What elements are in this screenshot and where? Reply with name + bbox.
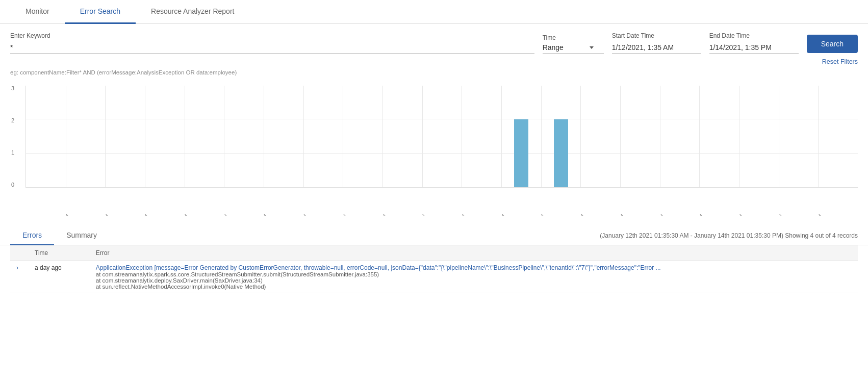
grid-line-v <box>264 86 264 187</box>
reset-filters-row: Reset Filters <box>0 58 868 67</box>
results-table: Time Error ›a day agoApplicationExceptio… <box>10 245 858 293</box>
grid-line-h <box>26 153 858 154</box>
error-cell: ApplicationException [message=Error Gene… <box>90 261 858 293</box>
grid-line-v <box>818 86 819 187</box>
time-cell: a day ago <box>29 261 90 293</box>
grid-line-v <box>699 86 700 187</box>
result-info: (January 12th 2021 01:35:30 AM - January… <box>600 232 858 239</box>
tab-resource-analyzer[interactable]: Resource Analyzer Report <box>136 0 249 24</box>
tab-monitor[interactable]: Monitor <box>10 0 65 24</box>
reset-filters-link[interactable]: Reset Filters <box>822 58 858 65</box>
grid-line-v <box>145 86 145 187</box>
end-date-label: End Date Time <box>709 32 799 39</box>
y-label-2: 2 <box>11 118 14 123</box>
grid-line-v <box>580 86 581 187</box>
x-axis-labels: 2021-01-11 11:30 PM2021-01-12 02:30 AM20… <box>25 188 858 216</box>
th-error: Error <box>90 245 858 261</box>
expand-cell[interactable]: › <box>10 261 29 293</box>
start-date-label: Start Date Time <box>612 32 701 39</box>
y-label-0: 0 <box>11 182 14 188</box>
grid-line-v <box>739 86 739 187</box>
grid-line-v <box>462 86 462 187</box>
main-tabs: Monitor Error Search Resource Analyzer R… <box>0 0 868 24</box>
end-date-input[interactable] <box>709 41 799 54</box>
grid-line-v <box>422 86 423 187</box>
tab-summary[interactable]: Summary <box>54 226 109 245</box>
chart-y-axis: 0 1 2 3 <box>11 86 14 188</box>
grid-line-v <box>66 86 66 187</box>
grid-line-v <box>343 86 343 187</box>
start-date-group: Start Date Time <box>612 32 701 54</box>
grid-line-v <box>660 86 660 187</box>
time-label: Time <box>543 34 604 41</box>
grid-line-v <box>779 86 779 187</box>
table-body: ›a day agoApplicationException [message=… <box>10 261 858 293</box>
tab-error-search[interactable]: Error Search <box>65 0 136 24</box>
keyword-input[interactable] <box>10 41 534 54</box>
grid-line-v <box>105 86 106 187</box>
x-label: 2021-01-14 11:30 AM <box>826 213 858 216</box>
grid-line-v <box>620 86 621 187</box>
th-expand <box>10 245 29 261</box>
grid-line-v <box>501 86 502 187</box>
keyword-group: Enter Keyword <box>10 32 534 54</box>
chart-wrapper: 0 1 2 3 <box>25 86 858 188</box>
error-stack-line: at com.streamanalytix.spark.ss.core.Stru… <box>96 271 852 277</box>
search-hint: eg: componentName:Filter* AND (errorMess… <box>0 67 868 81</box>
end-date-group: End Date Time <box>709 32 799 54</box>
grid-line-h <box>26 119 858 119</box>
chart-container: 0 1 2 3 2021-01-11 11:30 PM2021-01-12 02… <box>0 81 868 216</box>
y-label-1: 1 <box>11 150 14 156</box>
grid-line-v <box>303 86 304 187</box>
grid-line-v <box>382 86 383 187</box>
th-time: Time <box>29 245 90 261</box>
time-group: Time Range Last 15 min Last Hour Last 24… <box>543 34 604 54</box>
y-label-3: 3 <box>11 86 14 91</box>
tab-errors[interactable]: Errors <box>10 226 54 245</box>
start-date-input[interactable] <box>612 41 701 54</box>
search-area: Enter Keyword Time Range Last 15 min Las… <box>0 24 868 58</box>
grid-line-v <box>541 86 542 187</box>
chart-bar[interactable] <box>514 119 528 187</box>
table-container: Time Error ›a day agoApplicationExceptio… <box>0 245 868 293</box>
grid-line-v <box>224 86 224 187</box>
error-main-text: ApplicationException [message=Error Gene… <box>96 264 661 271</box>
time-select-row: Range Last 15 min Last Hour Last 24 Hour… <box>543 43 604 54</box>
time-select[interactable]: Range Last 15 min Last Hour Last 24 Hour… <box>543 43 588 52</box>
grid-line-v <box>185 86 185 187</box>
search-button[interactable]: Search <box>807 35 858 53</box>
chart-grid <box>25 86 858 188</box>
x-label-wrap: 2021-01-14 11:30 AM <box>814 210 858 216</box>
error-stack-line: at com.streamanalytix.deploy.SaxDriver.m… <box>96 277 852 284</box>
chevron-down-icon <box>590 46 594 49</box>
expand-icon[interactable]: › <box>16 264 22 271</box>
keyword-label: Enter Keyword <box>10 32 534 39</box>
chart-bar[interactable] <box>554 119 568 187</box>
table-header-row: Time Error <box>10 245 858 261</box>
result-tabs-bar: Errors Summary (January 12th 2021 01:35:… <box>0 226 868 245</box>
error-stack-line: at sun.reflect.NativeMethodAccessorImpl.… <box>96 284 852 290</box>
table-row: ›a day agoApplicationException [message=… <box>10 261 858 293</box>
